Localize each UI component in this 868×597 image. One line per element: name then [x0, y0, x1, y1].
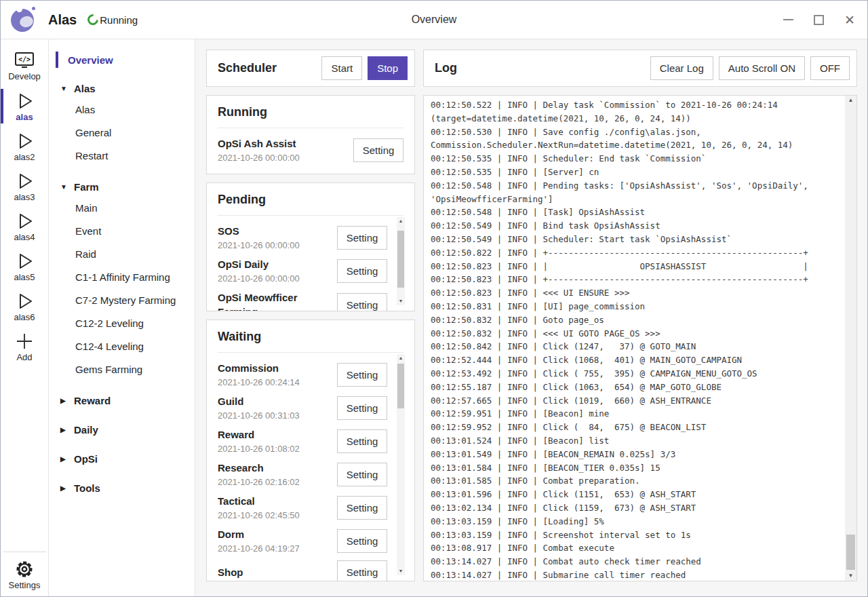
sidebar-item-develop[interactable]: </>Develop — [1, 46, 48, 86]
task-setting-button[interactable]: Setting — [337, 560, 387, 581]
task-setting-button[interactable]: Setting — [337, 363, 387, 387]
task-setting-button[interactable]: Setting — [337, 529, 387, 553]
stop-button[interactable]: Stop — [368, 56, 408, 80]
nav-group-reward[interactable]: ▶Reward — [49, 390, 195, 410]
sidebar-item-alas4[interactable]: alas4 — [1, 206, 48, 246]
sidebar-item-alas6[interactable]: alas6 — [1, 286, 48, 326]
nav-item-restart[interactable]: Restart — [49, 145, 195, 168]
nav-group-opsi[interactable]: ▶OpSi — [49, 448, 195, 469]
nav-group-label: OpSi — [74, 453, 98, 465]
nav-group-tools[interactable]: ▶Tools — [49, 478, 195, 498]
log-line: 00:12:53.492 | INFO | Click ( 755, 395) … — [431, 367, 840, 381]
task-setting-button[interactable]: Setting — [353, 138, 403, 162]
log-line: 00:12:50.549 | INFO | Scheduler: Start t… — [431, 233, 840, 246]
waiting-scrollbar[interactable]: ▲ ▼ — [397, 354, 405, 575]
sidebar-item-alas2[interactable]: alas2 — [1, 126, 48, 166]
task-setting-button[interactable]: Setting — [337, 396, 387, 420]
task-item: Research2021-10-26 02:16:02Setting — [218, 461, 387, 488]
log-line: 00:13:01.524 | INFO | [Beacon] list — [431, 434, 840, 448]
chevron-right-icon: ▶ — [60, 455, 67, 463]
app-window: Alas Running Overview ✕ </>Developalasal… — [0, 0, 868, 597]
log-line: 00:12:50.549 | INFO | Bind task OpsiAshA… — [431, 219, 840, 233]
log-line: 00:12:50.842 | INFO | Click (1247, 37) @… — [431, 340, 840, 353]
pending-scrollbar[interactable]: ▲ ▼ — [397, 217, 405, 305]
sidebar-item-label: alas5 — [14, 272, 35, 282]
scroll-up-icon[interactable]: ▲ — [399, 217, 403, 225]
nav-item-event[interactable]: Event — [49, 220, 195, 243]
task-setting-button[interactable]: Setting — [337, 463, 387, 486]
auto-scroll-off-button[interactable]: OFF — [810, 56, 850, 80]
nav-group-alas[interactable]: ▼Alas — [49, 78, 195, 98]
sidebar-item-alas5[interactable]: alas5 — [1, 246, 48, 286]
task-next-run-time: 2021-10-26 01:08:02 — [218, 442, 333, 455]
chevron-down-icon: ▼ — [60, 183, 67, 191]
task-item: SOS2021-10-26 00:00:00Setting — [218, 224, 387, 252]
auto-scroll-on-button[interactable]: Auto Scroll ON — [719, 56, 805, 80]
sidebar-item-label: alas4 — [14, 232, 35, 242]
scrollbar-thumb[interactable] — [397, 364, 404, 408]
sidebar-item-label: Settings — [9, 580, 41, 590]
task-setting-button[interactable]: Setting — [337, 429, 387, 453]
task-setting-button[interactable]: Setting — [337, 496, 387, 520]
active-indicator — [1, 89, 3, 123]
sidebar-item-alas3[interactable]: alas3 — [1, 166, 48, 206]
task-next-run-time: 2021-10-26 04:19:27 — [218, 542, 333, 555]
scroll-down-icon[interactable]: ▼ — [848, 571, 854, 581]
clear-log-button[interactable]: Clear Log — [650, 56, 713, 80]
nav-item-c7-2-mystery-farming[interactable]: C7-2 Mystery Farming — [49, 289, 195, 312]
nav-item-alas[interactable]: Alas — [49, 98, 195, 121]
nav-item-raid[interactable]: Raid — [49, 243, 195, 266]
log-line: 00:13:01.585 | INFO | Combat preparation… — [431, 474, 840, 488]
task-item: OpSi Ash Assist2021-10-26 00:00:00Settin… — [218, 136, 403, 164]
task-setting-button[interactable]: Setting — [337, 226, 387, 250]
scrollbar-thumb[interactable] — [846, 535, 855, 570]
log-line: 00:13:14.027 | INFO | Submarine call tim… — [431, 569, 840, 581]
sidebar-item-settings[interactable]: Settings — [3, 552, 46, 596]
scroll-down-icon[interactable]: ▼ — [399, 567, 403, 575]
scroll-down-icon[interactable]: ▼ — [399, 297, 403, 305]
scrollbar-thumb[interactable] — [397, 231, 404, 288]
task-item: Reward2021-10-26 01:08:02Setting — [218, 427, 387, 455]
minimize-button[interactable] — [783, 19, 793, 20]
task-name: Commission — [218, 361, 333, 375]
task-item: Tactical2021-10-26 02:45:50Setting — [218, 494, 387, 522]
log-line: Commission.Scheduler.NextRun=datetime.da… — [431, 138, 840, 152]
nav-item-main[interactable]: Main — [49, 197, 195, 220]
nav-group-label: Reward — [74, 395, 111, 406]
close-button[interactable]: ✕ — [844, 15, 855, 25]
task-next-run-time: 2021-10-26 02:45:50 — [218, 509, 333, 522]
nav-group-label: Tools — [74, 482, 100, 494]
sidebar-item-add[interactable]: Add — [1, 326, 48, 366]
log-line: 00:12:50.823 | INFO | | OPSIASHASSIST | — [431, 260, 840, 273]
task-setting-button[interactable]: Setting — [337, 293, 387, 311]
log-scrollbar[interactable]: ▲ ▼ — [845, 96, 856, 581]
scroll-up-icon[interactable]: ▲ — [399, 354, 403, 362]
log-title: Log — [435, 61, 650, 75]
log-line: 00:13:02.134 | INFO | Click (1159, 673) … — [431, 501, 840, 515]
nav-item-general[interactable]: General — [49, 121, 195, 145]
nav-item-overview[interactable]: Overview — [49, 50, 195, 69]
nav-group-farm[interactable]: ▼Farm — [49, 176, 195, 197]
nav-group-daily[interactable]: ▶Daily — [49, 419, 195, 440]
log-line: 00:12:50.823 | INFO | +-----------------… — [431, 273, 840, 286]
scroll-up-icon[interactable]: ▲ — [848, 96, 854, 105]
maximize-button[interactable] — [814, 15, 824, 25]
start-button[interactable]: Start — [321, 56, 362, 80]
log-line: 00:12:50.832 | INFO | <<< UI GOTO PAGE_O… — [431, 327, 840, 341]
page-title: Overview — [1, 14, 867, 26]
log-line: 00:12:50.535 | INFO | [Server] cn — [431, 166, 840, 179]
task-setting-button[interactable]: Setting — [337, 259, 387, 283]
task-next-run-time: 2021-10-26 00:00:00 — [218, 272, 333, 285]
log-line: 00:13:01.596 | INFO | Click (1151, 653) … — [431, 488, 840, 501]
task-next-run-time: 2021-10-26 00:24:14 — [218, 376, 333, 389]
log-line: 00:12:50.822 | INFO | +-----------------… — [431, 246, 840, 260]
nav-item-c12-4-leveling[interactable]: C12-4 Leveling — [49, 335, 195, 358]
task-next-run-time: 2021-10-26 00:31:03 — [218, 409, 333, 422]
nav-item-gems-farming[interactable]: Gems Farming — [49, 358, 195, 381]
task-name: OpSi Meowfficer Farming — [218, 290, 333, 311]
nav-item-c12-2-leveling[interactable]: C12-2 Leveling — [49, 312, 195, 335]
sidebar-item-alas[interactable]: alas — [1, 86, 48, 126]
nav-item-c1-1-affinity-farming[interactable]: C1-1 Affinity Farming — [49, 266, 195, 289]
log-line: 00:13:01.549 | INFO | [BEACON_REMAIN 0.0… — [431, 448, 840, 461]
log-line: 00:12:50.530 | INFO | Save config ./conf… — [431, 126, 840, 139]
